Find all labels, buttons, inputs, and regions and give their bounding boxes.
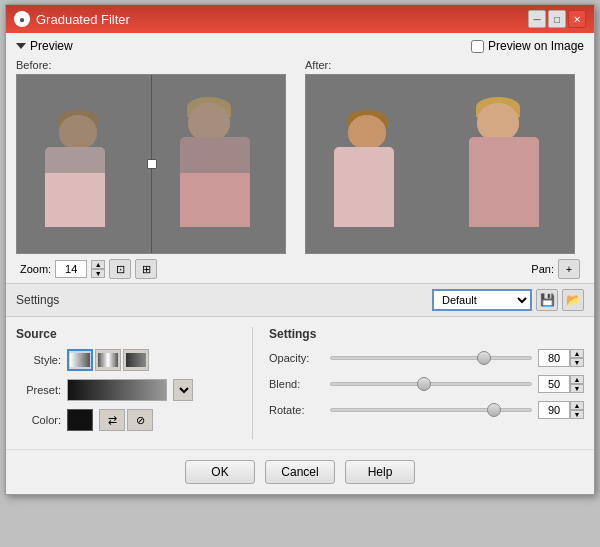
color-swatch[interactable] [67,409,93,431]
after-panel: After: [305,59,584,254]
settings-panel: Settings Opacity: ▲ ▼ Blend: [269,327,584,439]
blend-up-button[interactable]: ▲ [570,375,584,384]
source-panel: Source Style: Preset: [16,327,236,439]
preset-preview [67,379,167,401]
preview-label: Preview [30,39,73,53]
settings-dropdown[interactable]: Default Custom [432,289,532,311]
settings-bar: Settings Default Custom 💾 📂 [6,283,594,317]
before-line [151,75,152,253]
after-canvas[interactable] [305,74,575,254]
opacity-up-button[interactable]: ▲ [570,349,584,358]
window-icon: ● [14,11,30,27]
color-swap-button[interactable]: ⇄ [99,409,125,431]
before-panel: Before: [16,59,295,254]
preview-on-image-label: Preview on Image [488,39,584,53]
after-body2 [334,147,394,227]
zoom-label: Zoom: [20,263,51,275]
opacity-label: Opacity: [269,352,324,364]
style-btn-2[interactable] [95,349,121,371]
maximize-button[interactable]: □ [548,10,566,28]
main-content: Source Style: Preset: [6,317,594,449]
cancel-button[interactable]: Cancel [265,460,335,484]
grad-icon-3 [126,353,146,367]
blend-row: Blend: ▲ ▼ [269,375,584,393]
rotate-input-group: ▲ ▼ [538,401,584,419]
settings-panel-title: Settings [269,327,584,341]
before-canvas[interactable] [16,74,286,254]
zoom-down-button[interactable]: ▼ [91,269,105,278]
opacity-row: Opacity: ▲ ▼ [269,349,584,367]
after-head1 [477,103,519,141]
preview-images: Before: [16,59,584,254]
before-photo [17,75,285,253]
style-btn-1[interactable] [67,349,93,371]
blend-slider-thumb[interactable] [417,377,431,391]
pan-controls: Pan: + [531,259,580,279]
triangle-down-icon [16,43,26,49]
ok-button[interactable]: OK [185,460,255,484]
close-button[interactable]: ✕ [568,10,586,28]
rotate-value-input[interactable] [538,401,570,419]
pan-button[interactable]: + [558,259,580,279]
preview-toggle[interactable]: Preview [16,39,73,53]
title-bar: ● Graduated Filter ─ □ ✕ [6,5,594,33]
rotate-slider-thumb[interactable] [487,403,501,417]
rotate-slider-track[interactable] [330,408,532,412]
after-label: After: [305,59,584,71]
bottom-bar: OK Cancel Help [6,449,594,494]
opacity-slider-thumb[interactable] [477,351,491,365]
style-btn-3[interactable] [123,349,149,371]
help-button[interactable]: Help [345,460,415,484]
preset-label: Preset: [16,384,61,396]
preview-on-image-checkbox[interactable] [471,40,484,53]
opacity-down-button[interactable]: ▼ [570,358,584,367]
pan-label: Pan: [531,263,554,275]
source-title: Source [16,327,236,341]
blend-label: Blend: [269,378,324,390]
rotate-down-button[interactable]: ▼ [570,410,584,419]
opacity-spinner: ▲ ▼ [570,349,584,367]
settings-load-button[interactable]: 📂 [562,289,584,311]
zoom-reset-button[interactable]: ⊞ [135,259,157,279]
title-buttons: ─ □ ✕ [528,10,586,28]
zoom-pan-bar: Zoom: ▲ ▼ ⊡ ⊞ Pan: + [16,259,584,279]
style-row: Style: [16,349,236,371]
blend-down-button[interactable]: ▼ [570,384,584,393]
settings-bar-label: Settings [16,293,59,307]
preview-section: Preview Preview on Image Before: [6,33,594,283]
opacity-input-group: ▲ ▼ [538,349,584,367]
main-window: ● Graduated Filter ─ □ ✕ Preview Preview… [5,4,595,495]
color-label: Color: [16,414,61,426]
opacity-value-input[interactable] [538,349,570,367]
zoom-spinner: ▲ ▼ [91,260,105,278]
rotate-spinner: ▲ ▼ [570,401,584,419]
before-handle[interactable] [147,159,157,169]
before-label: Before: [16,59,295,71]
blend-value-input[interactable] [538,375,570,393]
zoom-controls: Zoom: ▲ ▼ ⊡ ⊞ [20,259,157,279]
zoom-input[interactable] [55,260,87,278]
blend-spinner: ▲ ▼ [570,375,584,393]
color-reset-button[interactable]: ⊘ [127,409,153,431]
preset-row: Preset: ▼ [16,379,236,401]
settings-save-button[interactable]: 💾 [536,289,558,311]
blend-input-group: ▲ ▼ [538,375,584,393]
after-head2 [348,115,386,149]
minimize-button[interactable]: ─ [528,10,546,28]
grad-icon-2 [98,353,118,367]
blend-slider-track[interactable] [330,382,532,386]
settings-dropdown-wrapper: Default Custom 💾 📂 [432,289,584,311]
opacity-slider-track[interactable] [330,356,532,360]
after-body1 [469,137,539,227]
after-photo [306,75,574,253]
zoom-up-button[interactable]: ▲ [91,260,105,269]
color-actions: ⇄ ⊘ [99,409,153,431]
rotate-row: Rotate: ▲ ▼ [269,401,584,419]
rotate-up-button[interactable]: ▲ [570,401,584,410]
color-row: Color: ⇄ ⊘ [16,409,236,431]
preview-header: Preview Preview on Image [16,39,584,53]
preview-on-image[interactable]: Preview on Image [471,39,584,53]
zoom-fit-button[interactable]: ⊡ [109,259,131,279]
preset-dropdown[interactable]: ▼ [173,379,193,401]
style-buttons [67,349,149,371]
